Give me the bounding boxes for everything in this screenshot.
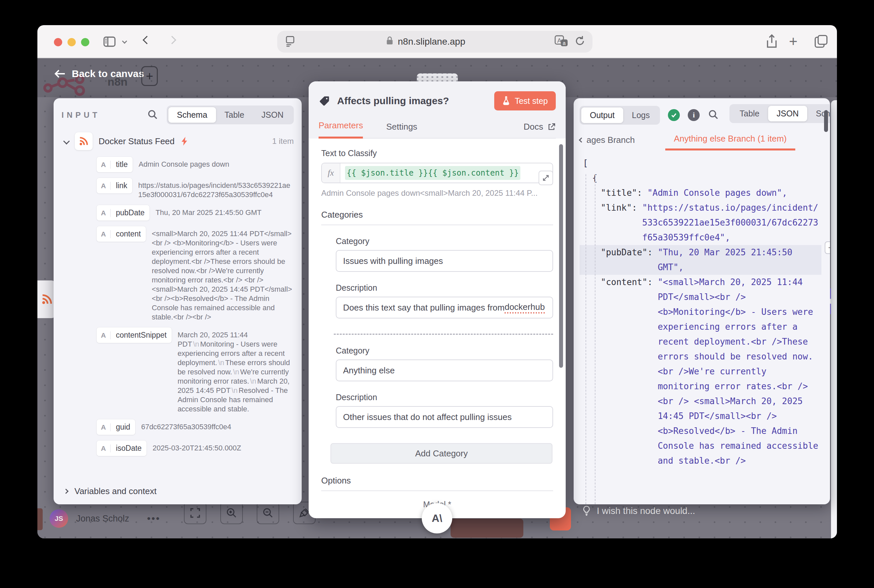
share-icon[interactable]: [764, 34, 779, 50]
branch-tab-active[interactable]: Anything else Branch (1 item): [665, 134, 795, 150]
input-node-name: Docker Status Feed: [99, 136, 175, 147]
schema-field-list: Atitle Admin Console pages down Alink ht…: [62, 152, 294, 482]
search-icon[interactable]: [147, 109, 158, 122]
field-value: https://status.io/pages/incident/533c653…: [138, 178, 294, 200]
arrow-left-icon: [54, 69, 66, 79]
input-panel: INPUT Schema Table JSON Docker Status Fe…: [54, 98, 302, 504]
tab-table[interactable]: Table: [731, 106, 768, 122]
back-icon[interactable]: [144, 37, 150, 43]
indent-guide: [595, 174, 595, 504]
tab-json[interactable]: JSON: [768, 106, 808, 122]
tab-parameters[interactable]: Parameters: [318, 120, 363, 139]
field-value: Thu, 20 Mar 2025 21:45:50 GMT: [155, 205, 261, 217]
forward-icon[interactable]: [169, 37, 175, 43]
branch-tab-previous[interactable]: ages Branch: [580, 135, 635, 150]
add-node-button[interactable]: +: [141, 66, 158, 86]
json-bracket: [: [583, 156, 588, 171]
tab-output[interactable]: Output: [581, 108, 623, 123]
new-tab-icon[interactable]: +: [789, 33, 797, 50]
reload-icon[interactable]: [574, 35, 586, 48]
user-menu[interactable]: JS Jonas Scholz •••: [50, 509, 161, 528]
add-output-icon[interactable]: +: [825, 242, 830, 254]
field-row-title[interactable]: Atitle Admin Console pages down: [97, 157, 294, 172]
back-to-canvas-button[interactable]: Back to canvas: [54, 68, 144, 80]
field-row-guid[interactable]: Aguid 67dc62273f65a30539ffc0e4: [97, 419, 294, 435]
input-item-count: 1 item: [272, 136, 294, 146]
zoom-window-button[interactable]: [81, 38, 89, 46]
description-input[interactable]: Other issues that do not affect pulling …: [336, 406, 553, 428]
field-value: 2025-03-20T21:45:50.000Z: [153, 441, 241, 453]
json-entry-pubdate[interactable]: "pubDate": "Thu, 20 Mar 2025 21:45:50 GM…: [580, 245, 821, 275]
node-title[interactable]: Affects pulling images?: [337, 95, 488, 106]
json-entry-link[interactable]: "link": "https://status.io/pages/inciden…: [580, 200, 821, 245]
json-entry-content[interactable]: "content": "<small>March 20, 2025 11:44 …: [580, 275, 821, 468]
tab-settings[interactable]: Settings: [386, 122, 417, 138]
chevron-right-icon: [63, 489, 69, 494]
fit-view-button[interactable]: [184, 502, 206, 524]
test-step-button[interactable]: Test step: [494, 91, 556, 111]
zoom-out-button[interactable]: [257, 502, 279, 524]
output-logs-switcher: Output Logs: [580, 106, 660, 124]
sidebar-toggle-icon[interactable]: [102, 34, 117, 49]
close-window-button[interactable]: [54, 38, 62, 46]
browser-window: n8n.sliplane.app Aa + n8n Back to canvas: [38, 25, 837, 538]
minimize-window-button[interactable]: [68, 38, 76, 46]
reader-icon[interactable]: [284, 35, 296, 49]
tab-schema[interactable]: Schema: [168, 107, 216, 123]
right-edge-panel-sliver: [831, 100, 837, 538]
expression-value[interactable]: {{ $json.title }}{{ $json.content }}: [345, 166, 520, 180]
field-row-contentsnippet[interactable]: AcontentSnippet March 20, 2025 11:44 PDT…: [97, 327, 294, 414]
rss-icon: [41, 292, 54, 306]
field-row-isodate[interactable]: AisoDate 2025-03-20T21:45:50.000Z: [97, 441, 294, 456]
tab-table[interactable]: Table: [216, 107, 253, 123]
back-to-canvas-label: Back to canvas: [72, 68, 144, 80]
input-node-row[interactable]: Docker Status Feed 1 item: [64, 132, 294, 150]
output-search-icon[interactable]: [707, 109, 719, 122]
misspelled-word: dockerhub: [505, 302, 545, 314]
category-label: Category: [336, 346, 553, 356]
field-row-link[interactable]: Alink https://status.io/pages/incident/5…: [97, 178, 294, 200]
modal-drag-handle[interactable]: [417, 74, 458, 82]
docs-link[interactable]: Docs: [524, 122, 556, 138]
model-connector-button[interactable]: A\: [422, 503, 452, 533]
address-bar[interactable]: n8n.sliplane.app Aa: [277, 31, 592, 52]
fx-icon: fx: [322, 164, 340, 183]
expand-expression-icon[interactable]: [539, 171, 553, 185]
field-value: <small>March 20, 2025 11:44 PDT</small><…: [152, 226, 294, 322]
category-input[interactable]: Anything else: [336, 360, 553, 381]
options-heading: Options: [321, 476, 553, 491]
translate-icon[interactable]: Aa: [554, 34, 569, 49]
canvas-controls: [184, 502, 315, 524]
tab-json[interactable]: JSON: [253, 107, 292, 123]
avatar[interactable]: JS: [50, 509, 68, 528]
category-input[interactable]: Issues with pulling images: [336, 250, 553, 272]
lock-icon: [385, 36, 394, 48]
tag-icon: [318, 95, 330, 107]
description-input[interactable]: Does this text say that pulling images f…: [336, 297, 553, 318]
output-panel: Output Logs i Table JSON Schema: [574, 98, 830, 504]
sidebar-chevron-icon[interactable]: [123, 39, 126, 43]
zoom-in-button[interactable]: [220, 502, 243, 524]
node-partial-left-bottom: [38, 508, 43, 530]
user-options-icon[interactable]: •••: [147, 513, 161, 524]
tab-logs[interactable]: Logs: [623, 108, 658, 123]
text-to-classify-label: Text to Classify: [321, 148, 553, 158]
info-icon[interactable]: i: [688, 109, 700, 121]
svg-text:a: a: [563, 40, 566, 46]
category-label: Category: [336, 237, 553, 246]
add-category-button[interactable]: Add Category: [330, 443, 553, 464]
modal-scrollbar[interactable]: [559, 144, 563, 368]
tab-overview-icon[interactable]: [814, 34, 829, 49]
variables-and-context-toggle[interactable]: Variables and context: [62, 482, 294, 498]
text-to-classify-input[interactable]: fx {{ $json.title }}{{ $json.content }}: [321, 163, 553, 183]
browser-toolbar: n8n.sliplane.app Aa +: [38, 25, 837, 58]
n8n-canvas-overlay: n8n Back to canvas + JS Jonas Scholz •••: [38, 58, 837, 538]
node-feedback-prompt[interactable]: I wish this node would...: [582, 506, 695, 517]
field-row-content[interactable]: Acontent <small>March 20, 2025 11:44 PDT…: [97, 226, 294, 322]
expression-preview: Admin Console pages down<small>March 20,…: [321, 189, 553, 198]
url-text: n8n.sliplane.app: [398, 36, 466, 47]
output-scrollbar[interactable]: [824, 110, 828, 132]
collapse-chevron-icon[interactable]: [63, 138, 70, 144]
field-row-pubdate[interactable]: ApubDate Thu, 20 Mar 2025 21:45:50 GMT: [97, 205, 294, 220]
json-entry-title[interactable]: "title": "Admin Console pages down",: [580, 186, 821, 200]
